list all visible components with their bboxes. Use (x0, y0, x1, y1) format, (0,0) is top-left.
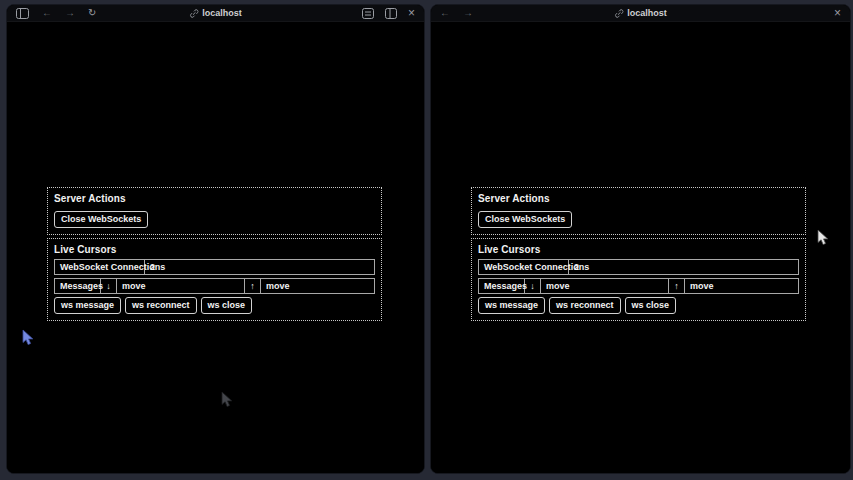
ws-buttons-row: ws message ws reconnect ws close (54, 297, 375, 314)
titlebar-right[interactable]: ← → localhost × (431, 5, 850, 22)
ws-reconnect-button[interactable]: ws reconnect (549, 297, 621, 314)
ws-close-button[interactable]: ws close (201, 297, 253, 314)
messages-label: Messages (55, 279, 101, 293)
close-websockets-button[interactable]: Close WebSockets (478, 211, 572, 228)
live-cursors-section: Live Cursors WebSocket Connections 2 Mes… (471, 238, 806, 321)
messages-label: Messages (479, 279, 525, 293)
arrow-down-icon: ↓ (525, 279, 541, 293)
titlebar-window-controls: × (834, 7, 841, 19)
titlebar-nav-controls: ← → ↻ (16, 8, 96, 19)
forward-icon[interactable]: → (65, 8, 75, 18)
tab-overview-icon[interactable] (385, 8, 397, 19)
page-content-left: Server Actions Close WebSockets Live Cur… (7, 22, 424, 474)
back-icon[interactable]: ← (440, 8, 450, 18)
address-title-left: localhost (189, 5, 242, 21)
messages-row: Messages ↓ move ↑ move (478, 278, 799, 294)
titlebar-left[interactable]: ← → ↻ localhost (7, 5, 424, 22)
arrow-down-icon: ↓ (101, 279, 117, 293)
connections-count: 2 (145, 260, 374, 274)
page-content-right: Server Actions Close WebSockets Live Cur… (431, 22, 850, 474)
ws-message-button[interactable]: ws message (478, 297, 545, 314)
reload-icon[interactable]: ↻ (88, 8, 96, 18)
controls-panel: Server Actions Close WebSockets Live Cur… (471, 187, 806, 324)
connections-label: WebSocket Connections (479, 260, 569, 274)
live-cursors-title: Live Cursors (54, 244, 375, 255)
address-title-right: localhost (614, 5, 667, 21)
link-icon (189, 9, 198, 18)
last-sent-message: move (685, 279, 798, 293)
sidebar-toggle-icon[interactable] (16, 8, 29, 19)
live-cursors-section: Live Cursors WebSocket Connections 2 Mes… (47, 238, 382, 321)
forward-icon[interactable]: → (463, 8, 473, 18)
connections-row: WebSocket Connections 2 (54, 259, 375, 275)
live-cursors-title: Live Cursors (478, 244, 799, 255)
reader-view-icon[interactable] (362, 8, 374, 19)
last-sent-message: move (261, 279, 374, 293)
connections-count: 2 (569, 260, 798, 274)
ws-message-button[interactable]: ws message (54, 297, 121, 314)
close-websockets-button[interactable]: Close WebSockets (54, 211, 148, 228)
titlebar-window-controls: × (362, 7, 415, 19)
controls-panel: Server Actions Close WebSockets Live Cur… (47, 187, 382, 324)
server-actions-section: Server Actions Close WebSockets (47, 187, 382, 235)
server-actions-section: Server Actions Close WebSockets (471, 187, 806, 235)
connections-label: WebSocket Connections (55, 260, 145, 274)
last-received-message: move (541, 279, 669, 293)
server-actions-title: Server Actions (478, 193, 799, 204)
browser-window-left: ← → ↻ localhost (6, 4, 425, 474)
back-icon[interactable]: ← (42, 8, 52, 18)
connections-row: WebSocket Connections 2 (478, 259, 799, 275)
arrow-up-icon: ↑ (245, 279, 261, 293)
messages-row: Messages ↓ move ↑ move (54, 278, 375, 294)
ws-buttons-row: ws message ws reconnect ws close (478, 297, 799, 314)
ws-close-button[interactable]: ws close (625, 297, 677, 314)
page-title: localhost (202, 8, 242, 18)
close-icon[interactable]: × (834, 7, 841, 19)
last-received-message: move (117, 279, 245, 293)
close-icon[interactable]: × (408, 7, 415, 19)
page-title: localhost (627, 8, 667, 18)
server-actions-title: Server Actions (54, 193, 375, 204)
titlebar-nav-controls: ← → (440, 8, 473, 18)
ws-reconnect-button[interactable]: ws reconnect (125, 297, 197, 314)
arrow-up-icon: ↑ (669, 279, 685, 293)
link-icon (614, 9, 623, 18)
browser-window-right: ← → localhost × Server Actions Close Web… (430, 4, 851, 474)
